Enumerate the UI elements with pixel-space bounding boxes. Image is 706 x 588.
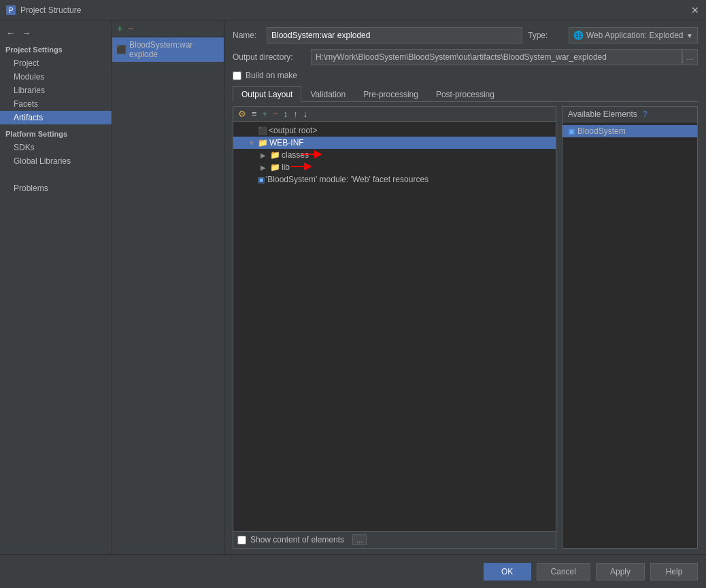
artifact-toolbar: + −: [112, 20, 224, 37]
window-title: Project Structure: [20, 5, 701, 15]
tree-up-button[interactable]: ↑: [291, 108, 300, 120]
tabs-row: Output Layout Validation Pre-processing …: [233, 86, 698, 102]
help-button[interactable]: Help: [650, 563, 698, 581]
main-container: ← → Project Settings Project Modules Lib…: [0, 20, 706, 554]
back-button[interactable]: ←: [4, 27, 17, 39]
title-bar: P Project Structure ✕: [0, 0, 706, 20]
toggle-icon[interactable]: ▶: [260, 152, 269, 159]
available-header: Available Elements ?: [562, 107, 697, 122]
tree-content: ⬛ <output root> ▼ 📁 WEB-INF: [233, 122, 556, 531]
tab-post-processing[interactable]: Post-processing: [427, 86, 503, 102]
tree-down-button[interactable]: ↓: [301, 108, 310, 120]
available-help-icon[interactable]: ?: [643, 109, 648, 119]
detail-panel: Name: Type: 🌐 Web Application: Exploded …: [224, 20, 706, 554]
output-dir-label: Output directory:: [233, 52, 311, 62]
close-button[interactable]: ✕: [690, 5, 701, 16]
dropdown-arrow-icon: ▼: [686, 32, 693, 39]
available-content: ▣ BloodSystem: [562, 122, 697, 548]
tree-sort-button[interactable]: ≡: [250, 108, 259, 120]
svg-text:P: P: [9, 7, 14, 14]
available-elements-panel: Available Elements ? ▣ BloodSystem: [562, 106, 698, 549]
content-split: + − ⬛ BloodSystem:war explode Name: Type…: [112, 20, 706, 554]
sidebar-toolbar: ← →: [0, 26, 112, 43]
forward-button[interactable]: →: [20, 27, 33, 39]
sidebar-item-facets[interactable]: Facets: [0, 97, 112, 111]
show-content-checkbox[interactable]: [237, 536, 246, 544]
sidebar-item-project[interactable]: Project: [0, 56, 112, 70]
remove-artifact-button[interactable]: −: [126, 22, 135, 35]
tree-item-output-root[interactable]: ⬛ <output root>: [233, 124, 556, 137]
sidebar-item-problems[interactable]: Problems: [0, 181, 112, 195]
toggle-icon[interactable]: ▼: [248, 139, 256, 147]
sidebar-item-modules[interactable]: Modules: [0, 70, 112, 84]
tree-add-button[interactable]: +: [260, 108, 270, 120]
output-dir-browse-button[interactable]: ...: [682, 49, 698, 65]
sidebar-item-artifacts[interactable]: Artifacts: [0, 111, 112, 124]
build-on-make-label[interactable]: Build on make: [246, 71, 297, 80]
type-label: Type:: [528, 31, 569, 40]
module-icon: ▣: [258, 175, 265, 184]
cancel-button[interactable]: Cancel: [537, 563, 590, 581]
tree-item-web-inf[interactable]: ▼ 📁 WEB-INF: [233, 137, 556, 149]
tree-remove-button[interactable]: −: [271, 108, 280, 120]
build-on-make-row: Build on make: [233, 71, 698, 80]
artifact-icon: ⬛: [116, 45, 127, 54]
folder-open-icon: 📁: [258, 138, 268, 148]
sidebar: ← → Project Settings Project Modules Lib…: [0, 20, 112, 554]
apply-button[interactable]: Apply: [596, 563, 645, 581]
ok-button[interactable]: OK: [484, 563, 531, 581]
folder-icon: 📁: [270, 150, 280, 160]
add-artifact-button[interactable]: +: [115, 22, 124, 35]
sidebar-item-sdks[interactable]: SDKs: [0, 141, 112, 154]
artifact-list-panel: + − ⬛ BloodSystem:war explode: [112, 20, 224, 554]
type-dropdown[interactable]: 🌐 Web Application: Exploded ▼: [569, 27, 698, 44]
name-input[interactable]: [267, 27, 522, 44]
output-dir-row: Output directory: ...: [233, 49, 698, 65]
name-row: Name: Type: 🌐 Web Application: Exploded …: [233, 27, 698, 44]
tab-pre-processing[interactable]: Pre-processing: [354, 86, 427, 102]
module-icon: ▣: [568, 127, 575, 136]
output-dir-input[interactable]: [311, 49, 682, 65]
artifact-list-item[interactable]: ⬛ BloodSystem:war explode: [112, 37, 224, 62]
show-content-label[interactable]: Show content of elements: [250, 535, 344, 544]
show-content-more-button[interactable]: ...: [352, 534, 367, 545]
tree-item-bloodsystem-web[interactable]: ▣ 'BloodSystem' module: 'Web' facet reso…: [233, 173, 556, 186]
tree-panel: ⚙ ≡ + − ↕ ↑ ↓ ⬛ <outpu: [233, 106, 556, 549]
tab-output-layout[interactable]: Output Layout: [233, 86, 301, 102]
sidebar-item-libraries[interactable]: Libraries: [0, 84, 112, 97]
show-content-row: Show content of elements ...: [233, 531, 556, 548]
type-icon: 🌐: [573, 31, 584, 40]
available-item-bloodsystem[interactable]: ▣ BloodSystem: [562, 125, 697, 137]
tree-item-classes[interactable]: ▶ 📁 classes: [233, 149, 556, 161]
bottom-bar: OK Cancel Apply Help: [0, 554, 706, 588]
tree-item-lib[interactable]: ▶ 📁 lib: [233, 161, 556, 173]
platform-settings-label: Platform Settings: [0, 124, 112, 141]
project-settings-label: Project Settings: [0, 43, 112, 56]
artifact-folder-icon: ⬛: [258, 126, 267, 135]
folder-icon: 📁: [270, 162, 280, 172]
toggle-icon[interactable]: ▶: [260, 164, 269, 171]
tree-extract-button[interactable]: ↕: [282, 108, 290, 120]
name-label: Name:: [233, 31, 267, 40]
tree-settings-button[interactable]: ⚙: [236, 108, 248, 120]
app-icon: P: [5, 5, 16, 16]
arrow-annotation-lib: [288, 160, 315, 173]
tab-validation[interactable]: Validation: [301, 86, 354, 102]
output-layout-panel: ⚙ ≡ + − ↕ ↑ ↓ ⬛ <outpu: [233, 106, 698, 549]
sidebar-item-global-libraries[interactable]: Global Libraries: [0, 154, 112, 168]
build-on-make-checkbox[interactable]: [233, 71, 241, 80]
tree-toolbar: ⚙ ≡ + − ↕ ↑ ↓: [233, 107, 556, 122]
